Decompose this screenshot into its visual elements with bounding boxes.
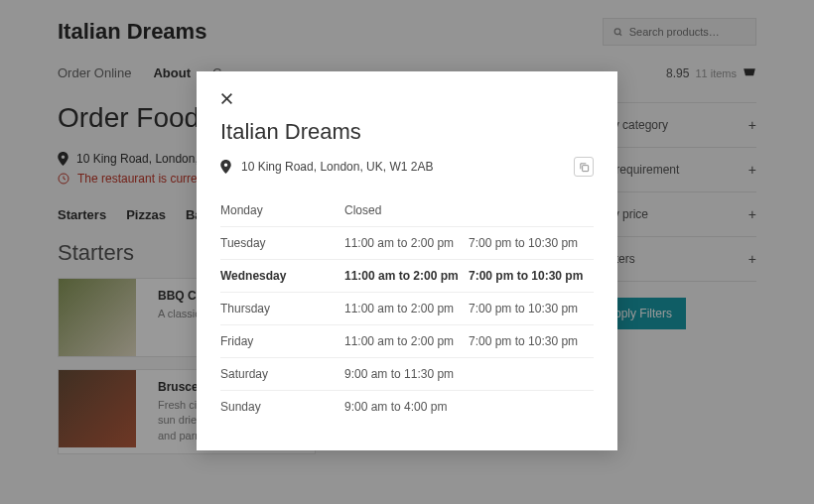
hours-slot: 11:00 am to 2:00 pm bbox=[344, 236, 469, 250]
hours-modal: Italian Dreams 10 King Road, London, UK,… bbox=[197, 71, 617, 450]
copy-icon bbox=[579, 162, 590, 173]
hours-row: Wednesday11:00 am to 2:00 pm7:00 pm to 1… bbox=[220, 260, 594, 293]
modal-title: Italian Dreams bbox=[220, 119, 594, 145]
close-icon bbox=[220, 92, 233, 105]
hours-row: Friday11:00 am to 2:00 pm7:00 pm to 10:3… bbox=[220, 325, 594, 358]
hours-table: MondayClosedTuesday11:00 am to 2:00 pm7:… bbox=[220, 194, 594, 423]
hours-row: Sunday9:00 am to 4:00 pm bbox=[220, 391, 594, 423]
hours-slot: 7:00 pm to 10:30 pm bbox=[469, 334, 594, 348]
hours-slot: 7:00 pm to 10:30 pm bbox=[469, 236, 594, 250]
pin-icon bbox=[220, 160, 231, 174]
hours-row: MondayClosed bbox=[220, 194, 594, 227]
hours-slot: 9:00 am to 4:00 pm bbox=[344, 400, 469, 414]
hours-slot: 11:00 am to 2:00 pm bbox=[344, 302, 469, 315]
modal-address: 10 King Road, London, UK, W1 2AB bbox=[220, 160, 433, 174]
hours-slot bbox=[469, 367, 594, 381]
hours-slot: 11:00 am to 2:00 pm bbox=[344, 269, 469, 283]
svg-rect-5 bbox=[582, 165, 588, 171]
hours-day: Tuesday bbox=[220, 236, 344, 250]
hours-day: Sunday bbox=[220, 400, 344, 414]
hours-day: Friday bbox=[220, 334, 344, 348]
hours-row: Thursday11:00 am to 2:00 pm7:00 pm to 10… bbox=[220, 293, 594, 325]
hours-slot: 7:00 pm to 10:30 pm bbox=[469, 269, 594, 283]
hours-slot: 11:00 am to 2:00 pm bbox=[344, 334, 469, 348]
hours-slot: 7:00 pm to 10:30 pm bbox=[469, 302, 594, 315]
hours-slot: Closed bbox=[344, 203, 469, 217]
hours-row: Tuesday11:00 am to 2:00 pm7:00 pm to 10:… bbox=[220, 227, 594, 260]
hours-day: Thursday bbox=[220, 302, 344, 315]
hours-slot bbox=[469, 203, 594, 217]
close-button[interactable] bbox=[220, 91, 233, 109]
hours-slot: 9:00 am to 11:30 pm bbox=[344, 367, 469, 381]
hours-slot bbox=[469, 400, 594, 414]
hours-day: Monday bbox=[220, 203, 344, 217]
hours-row: Saturday9:00 am to 11:30 pm bbox=[220, 358, 594, 391]
hours-day: Wednesday bbox=[220, 269, 344, 283]
hours-day: Saturday bbox=[220, 367, 344, 381]
copy-button[interactable] bbox=[574, 157, 594, 177]
modal-address-text: 10 King Road, London, UK, W1 2AB bbox=[241, 160, 433, 174]
